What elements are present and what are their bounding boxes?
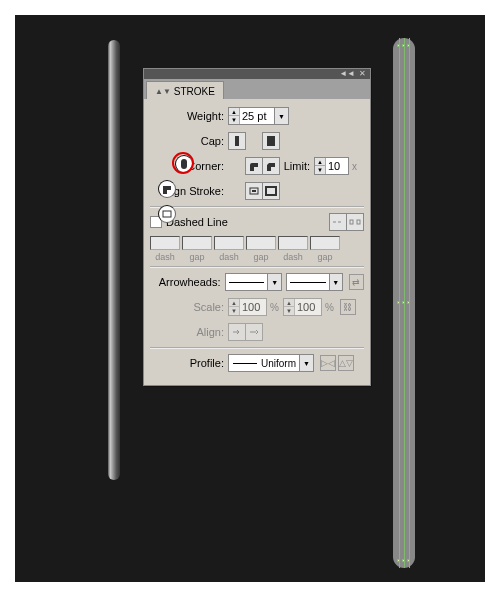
gap-field-1[interactable] [182,236,212,250]
corner-bevel-button[interactable] [262,157,280,175]
tab-stroke[interactable]: ▲▼ STROKE [146,81,224,99]
link-scale-button[interactable]: ⛓ [340,299,356,315]
cap-label: Cap: [150,135,228,147]
profile-dd-btn[interactable]: ▼ [300,354,314,372]
dash-field-1[interactable] [150,236,180,250]
dash-align-button[interactable] [346,213,364,231]
corner-miter-button[interactable] [158,180,176,198]
limit-label: Limit: [280,160,314,172]
dash-col-label: dash [150,252,180,262]
weight-stepper[interactable]: ▲▼ [228,107,275,125]
collapse-icon[interactable]: ◄◄ [339,70,355,78]
scale-end-stepper: ▲▼ [283,298,322,316]
svg-rect-10 [357,220,360,224]
svg-rect-9 [350,220,353,224]
svg-rect-5 [252,190,256,192]
cap-projecting-button[interactable] [262,132,280,150]
weight-dropdown[interactable]: ▼ [275,107,289,125]
weight-label: Weight: [150,110,228,122]
pct-label: % [325,302,334,313]
dash-col-label: dash [278,252,308,262]
tab-label: STROKE [174,86,215,97]
dash-preserve-button[interactable] [329,213,347,231]
dash-col-label: dash [214,252,244,262]
scale-end-input [295,299,321,315]
gap-field-2[interactable] [246,236,276,250]
svg-rect-3 [163,211,171,217]
arrow-start-dropdown[interactable] [225,273,269,291]
flip-vert-button[interactable]: △▽ [338,355,354,371]
scale-start-input [240,299,266,315]
dash-field-3[interactable] [278,236,308,250]
scale-start-stepper: ▲▼ [228,298,267,316]
weight-input[interactable] [240,108,274,124]
arrow-align-end-button [245,323,263,341]
cap-butt-button[interactable] [228,132,246,150]
profile-dropdown[interactable]: Uniform [228,354,300,372]
updown-icon: ▲▼ [155,87,171,96]
align-center-button[interactable] [158,205,176,223]
dash-gap-fields [150,236,364,250]
dash-col-label: gap [310,252,340,262]
flip-horiz-button[interactable]: ▷◁ [320,355,336,371]
limit-input[interactable] [326,158,348,174]
swap-arrows-button[interactable]: ⇄ [349,274,364,290]
dash-col-label: gap [246,252,276,262]
align-inside-button[interactable] [245,182,263,200]
limit-suffix: x [352,161,357,172]
arrow-start-dd-btn[interactable]: ▼ [268,273,281,291]
arrow-end-dropdown[interactable] [286,273,330,291]
selected-path[interactable] [393,38,415,568]
limit-stepper[interactable]: ▲▼ [314,157,349,175]
gradient-stroke-sample [108,40,120,480]
dash-col-label: gap [182,252,212,262]
svg-rect-2 [267,136,275,146]
panel-tabbar: ▲▼ STROKE [144,79,370,99]
artboard: ◄◄ ✕ ▲▼ STROKE Weight: ▲▼ ▼ Cap: [15,15,485,582]
svg-rect-6 [266,187,276,195]
arrow-end-dd-btn[interactable]: ▼ [330,273,343,291]
close-icon[interactable]: ✕ [359,70,366,78]
arrow-align-label: Align: [150,326,228,338]
dashed-line-label: Dashed Line [166,216,228,228]
svg-rect-0 [235,136,239,146]
panel-header[interactable]: ◄◄ ✕ [144,69,370,79]
gap-field-3[interactable] [310,236,340,250]
cap-round-button[interactable] [175,155,193,173]
svg-rect-1 [181,159,187,169]
arrow-align-tip-button [228,323,246,341]
stroke-panel: ◄◄ ✕ ▲▼ STROKE Weight: ▲▼ ▼ Cap: [143,68,371,386]
dash-field-2[interactable] [214,236,244,250]
corner-round-button[interactable] [245,157,263,175]
align-outside-button[interactable] [262,182,280,200]
profile-value: Uniform [261,358,296,369]
arrowheads-label: Arrowheads: [150,276,225,288]
scale-label: Scale: [150,301,228,313]
profile-label: Profile: [150,357,228,369]
pct-label: % [270,302,279,313]
